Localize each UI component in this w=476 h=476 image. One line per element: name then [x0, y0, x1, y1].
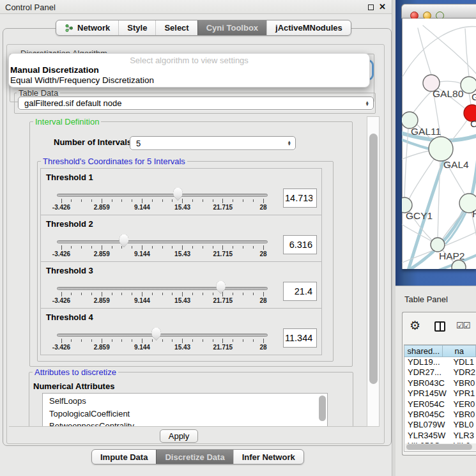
select-columns-icon[interactable]: ☑☑ — [456, 321, 470, 330]
tick-mark — [142, 199, 142, 203]
settings-scrollbar[interactable] — [367, 116, 380, 427]
threshold-slider-thumb[interactable] — [151, 328, 161, 341]
network-edge[interactable] — [404, 128, 408, 197]
cell-shared-name: YDL19... — [404, 357, 451, 367]
apply-button[interactable]: Apply — [160, 429, 198, 443]
tick-mark — [192, 199, 193, 202]
tab-cyni-toolbox-label: Cyni Toolbox — [206, 23, 258, 33]
float-window-icon[interactable] — [368, 4, 374, 10]
column-header-shared-name[interactable]: shared... — [404, 345, 443, 357]
tab-discretize-data[interactable]: Discretize Data — [156, 450, 233, 464]
control-panel-titlebar: Control Panel ✕ — [0, 0, 392, 14]
tab-network[interactable]: Network — [56, 20, 118, 35]
table-horizontal-scrollbar[interactable] — [405, 443, 476, 450]
tick-mark — [203, 339, 203, 342]
network-edge[interactable] — [409, 158, 434, 199]
table-row[interactable]: YDL19...YDL1 — [404, 357, 476, 367]
tick-mark — [253, 199, 254, 202]
threshold-label: Threshold 2 — [46, 219, 93, 229]
tab-cyni-toolbox[interactable]: Cyni Toolbox — [197, 20, 266, 35]
tick-mark — [152, 246, 153, 249]
network-edge[interactable] — [440, 81, 461, 84]
cell-shared-name: YBL079W — [404, 420, 451, 430]
network-edge-highlight[interactable] — [446, 211, 466, 243]
cell-name: YDL1 — [451, 357, 476, 367]
tab-jactivemnodules[interactable]: jActiveMNodules — [266, 20, 351, 35]
network-edge[interactable] — [465, 29, 469, 77]
columns-icon[interactable] — [434, 321, 445, 332]
threshold-value-field[interactable] — [283, 328, 317, 348]
tick-label: 28 — [259, 250, 266, 257]
tick-mark — [263, 339, 264, 343]
close-icon[interactable]: ✕ — [379, 2, 386, 12]
tab-select[interactable]: Select — [155, 20, 197, 35]
threshold-slider-track[interactable] — [57, 287, 268, 290]
network-edge[interactable] — [469, 93, 471, 105]
threshold-slider-thumb[interactable] — [173, 188, 183, 201]
table-row[interactable]: YPR145WYPR1 — [404, 388, 476, 399]
tick-mark — [253, 293, 254, 295]
column-header-name[interactable]: na — [443, 345, 476, 357]
cell-shared-name: YBR043C — [404, 378, 451, 388]
threshold-slider-track[interactable] — [57, 240, 268, 243]
table-row[interactable]: YBL079WYBL0 — [404, 420, 476, 430]
threshold-slider-track[interactable] — [57, 334, 268, 337]
network-edge[interactable] — [411, 91, 431, 115]
table-row[interactable]: YDR27...YDR2 — [404, 367, 476, 378]
tick-mark — [203, 246, 203, 249]
table-data-combobox[interactable]: galFiltered.sif default node ▲▼ — [18, 96, 374, 110]
tick-mark — [61, 245, 62, 250]
tick-mark — [142, 245, 142, 250]
network-node-GAL4[interactable] — [429, 137, 453, 161]
attribute-list-item[interactable]: TopologicalCoefficient — [43, 408, 327, 420]
table-row[interactable]: YBR043CYBR0 — [404, 378, 476, 388]
threshold-slider-thumb[interactable] — [216, 281, 226, 294]
tick-mark — [263, 245, 264, 250]
tick-mark — [61, 199, 62, 203]
tab-infer-network[interactable]: Infer Network — [233, 450, 303, 464]
tick-mark — [91, 339, 92, 342]
network-edge-highlight[interactable] — [472, 151, 476, 194]
cell-name: YPR1 — [451, 388, 476, 399]
tick-mark — [112, 199, 112, 202]
network-node-label: GCY1 — [406, 210, 433, 221]
settings-viewport: Interval Definition Number of Intervals … — [9, 116, 367, 427]
dropdown-option-equal-width[interactable]: Equal Width/Frequency Discretization — [9, 75, 369, 86]
tab-impute-data[interactable]: Impute Data — [92, 450, 156, 464]
table-row[interactable]: YBR045CYBR0 — [404, 410, 476, 420]
threshold-slider-thumb[interactable] — [119, 234, 128, 247]
dropdown-option-manual[interactable]: Manual Discretization — [9, 65, 369, 75]
cell-name: YBR0 — [451, 378, 476, 388]
tick-mark — [233, 246, 233, 249]
attributes-list-scrollbar[interactable] — [319, 395, 326, 421]
tick-mark — [263, 199, 264, 203]
tick-mark — [162, 339, 163, 342]
table-hscroll-thumb[interactable] — [406, 444, 472, 450]
tick-mark — [81, 199, 82, 202]
threshold-value-field[interactable] — [283, 235, 317, 254]
table-row[interactable]: YER054CYER0 — [404, 399, 476, 410]
table-row[interactable]: YLR345WYLR3 — [404, 431, 476, 441]
tick-label: 21.715 — [213, 204, 233, 211]
gear-icon[interactable]: ⚙ — [410, 317, 420, 335]
attribute-list-item[interactable]: SelfLoops — [43, 395, 327, 408]
threshold-value-field[interactable] — [283, 188, 317, 208]
tick-mark — [132, 339, 132, 342]
threshold-slider-track[interactable] — [57, 194, 268, 197]
attribute-list-item[interactable]: BetweennessCentrality — [43, 420, 327, 427]
network-graph[interactable]: GAL80G.CGAL11GAL4GCY1HHAP2 — [402, 19, 476, 269]
tick-mark — [243, 293, 243, 295]
tick-label: -3.426 — [52, 297, 70, 304]
tick-mark — [253, 339, 254, 342]
tick-mark — [172, 246, 173, 249]
network-window-titlebar[interactable] — [401, 4, 476, 19]
tick-mark — [233, 339, 233, 342]
num-intervals-combobox[interactable]: 5 ▲▼ — [130, 136, 296, 150]
tick-label: 15.43 — [174, 250, 190, 257]
network-node-HAP2[interactable] — [431, 238, 445, 252]
tick-mark — [172, 293, 173, 295]
settings-scrollbar-thumb[interactable] — [369, 134, 378, 384]
tab-style[interactable]: Style — [118, 20, 155, 35]
network-edge[interactable] — [418, 28, 431, 75]
threshold-value-field[interactable] — [283, 282, 317, 301]
